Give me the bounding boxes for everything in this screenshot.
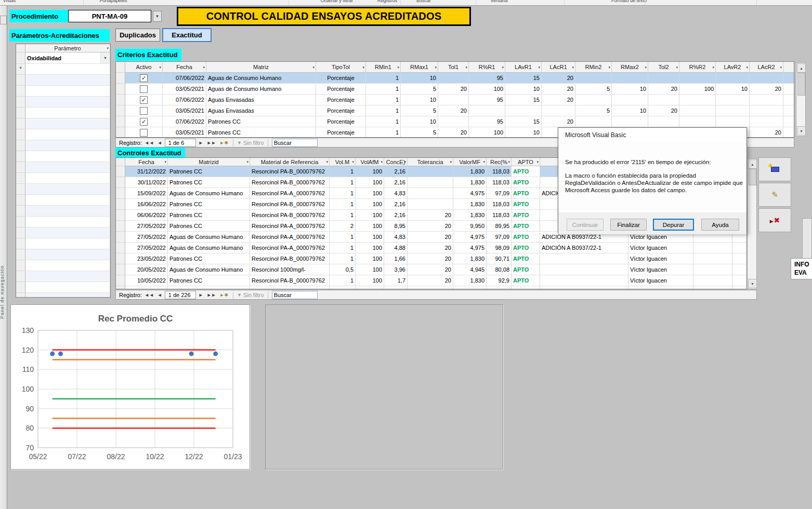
- new-record-selector[interactable]: *: [16, 64, 25, 75]
- table-cell[interactable]: 1: [330, 210, 356, 221]
- column-header[interactable]: RMin1▾: [366, 62, 401, 73]
- column-header[interactable]: Fecha▾: [163, 62, 206, 73]
- criterios-vertical-scrollbar[interactable]: ▲ ▼: [796, 62, 806, 137]
- table-cell[interactable]: 20: [750, 84, 783, 95]
- table-cell[interactable]: 10: [612, 84, 648, 95]
- record-selector[interactable]: [116, 188, 125, 199]
- column-header[interactable]: RMax2▾: [612, 62, 648, 73]
- table-cell[interactable]: APTO: [512, 286, 540, 289]
- dialog-title-bar[interactable]: Microsoft Visual Basic: [558, 128, 746, 142]
- table-cell[interactable]: 100: [356, 199, 384, 210]
- table-cell[interactable]: 98,09: [487, 243, 512, 253]
- table-cell[interactable]: [716, 73, 750, 84]
- last-record-button[interactable]: ►►: [206, 140, 217, 145]
- table-cell[interactable]: Resorcinol PA-B_000079762: [250, 253, 330, 264]
- table-cell[interactable]: Patrones CC: [168, 221, 250, 232]
- record-selector[interactable]: [116, 253, 125, 264]
- table-cell[interactable]: 20: [542, 84, 575, 95]
- table-cell[interactable]: Patrones CC: [168, 253, 250, 264]
- table-cell[interactable]: Resorcinol PA-A_000079762: [250, 243, 330, 253]
- scroll-up-arrow[interactable]: ▲: [748, 159, 757, 169]
- table-cell[interactable]: 20: [408, 221, 453, 232]
- table-cell[interactable]: APTO: [512, 232, 540, 243]
- column-header[interactable]: Tol2▾: [648, 62, 679, 73]
- table-cell[interactable]: Aguas Envasadas: [206, 95, 316, 105]
- table-cell[interactable]: 1,830: [453, 177, 487, 188]
- table-cell[interactable]: [750, 116, 783, 127]
- table-cell[interactable]: 27/05/2022: [125, 221, 168, 232]
- table-cell[interactable]: 97,09: [487, 188, 512, 199]
- table-cell[interactable]: Resorcinol PA-B_000079762: [250, 177, 330, 188]
- table-cell[interactable]: 30/11/2022: [125, 177, 168, 188]
- sort-dropdown-icon[interactable]: ▾: [352, 158, 354, 166]
- table-cell[interactable]: [750, 73, 783, 84]
- table-cell[interactable]: 15: [505, 73, 542, 84]
- sort-dropdown-icon[interactable]: ▾: [404, 158, 406, 166]
- column-header[interactable]: TipoTol▾: [316, 62, 366, 73]
- table-cell[interactable]: Patrones CC: [206, 116, 316, 127]
- table-cell[interactable]: Porcentaje: [316, 127, 366, 138]
- table-cell[interactable]: 20: [750, 127, 783, 138]
- table-cell[interactable]: Aguas de Consumo Humano: [168, 264, 250, 275]
- table-cell[interactable]: 100: [356, 177, 384, 188]
- table-row[interactable]: ✓07/06/2022Aguas de Consumo HumanoPorcen…: [116, 73, 794, 84]
- table-row[interactable]: 20/05/2022Aguas de Consumo HumanoResorci…: [116, 264, 746, 275]
- table-cell[interactable]: [575, 95, 612, 105]
- table-cell[interactable]: 07/06/2022: [163, 95, 206, 105]
- sort-dropdown-icon[interactable]: ▾: [107, 44, 109, 52]
- table-cell[interactable]: 95: [469, 95, 505, 105]
- sort-dropdown-icon[interactable]: ▾: [502, 62, 504, 73]
- new-record-row[interactable]: *: [16, 64, 110, 75]
- table-cell[interactable]: [679, 73, 716, 84]
- column-header[interactable]: Matriz▾: [206, 62, 316, 73]
- record-selector[interactable]: [116, 166, 125, 177]
- table-cell[interactable]: [612, 73, 648, 84]
- table-cell[interactable]: 4,945: [453, 264, 487, 275]
- record-selector[interactable]: [116, 127, 125, 138]
- table-cell[interactable]: [575, 73, 612, 84]
- table-cell[interactable]: Resorcinol PA-B_000079762: [250, 210, 330, 221]
- table-cell[interactable]: Víctor Iguacen: [628, 253, 693, 264]
- parametro-combobox[interactable]: Oxidabilidad: [25, 52, 101, 64]
- table-cell[interactable]: 03/05/2021: [163, 127, 206, 138]
- select-all-corner[interactable]: [116, 158, 125, 166]
- table-cell[interactable]: 10: [612, 105, 648, 116]
- table-cell[interactable]: [438, 95, 469, 105]
- table-cell[interactable]: 1: [330, 199, 356, 210]
- column-header[interactable]: Activo▾: [125, 62, 163, 73]
- activo-checkbox[interactable]: [140, 129, 148, 137]
- table-cell[interactable]: 5: [575, 84, 612, 95]
- table-cell[interactable]: Aguas de Consumo Humano: [168, 286, 250, 289]
- record-selector[interactable]: [116, 73, 125, 84]
- table-cell[interactable]: 2,16: [384, 199, 408, 210]
- table-cell[interactable]: [716, 116, 750, 127]
- select-all-corner[interactable]: [16, 44, 25, 52]
- navigation-pane-expand-button[interactable]: [0, 16, 7, 24]
- sort-dropdown-icon[interactable]: ▾: [246, 158, 248, 166]
- activo-checkbox[interactable]: ✓: [140, 96, 148, 104]
- table-cell[interactable]: [716, 105, 750, 116]
- table-cell[interactable]: 07/06/2022: [163, 116, 206, 127]
- procedimiento-combobox[interactable]: PNT-MA-09: [68, 10, 151, 22]
- table-cell[interactable]: 2: [330, 221, 356, 232]
- table-cell[interactable]: 1,830: [453, 253, 487, 264]
- table-cell[interactable]: [408, 199, 453, 210]
- record-selector[interactable]: [116, 286, 125, 289]
- table-cell[interactable]: 2,16: [384, 177, 408, 188]
- table-cell[interactable]: Aguas de Consumo Humano: [206, 73, 316, 84]
- sort-dropdown-icon[interactable]: ▾: [312, 62, 315, 73]
- table-cell[interactable]: APTO: [512, 243, 540, 253]
- table-cell[interactable]: Aguas enriquecidas int-L: [250, 286, 330, 289]
- table-cell[interactable]: 20: [542, 95, 575, 105]
- table-cell[interactable]: 100: [356, 275, 384, 286]
- table-cell[interactable]: Patrones CC: [168, 166, 250, 177]
- table-cell[interactable]: Patrones CC: [168, 177, 250, 188]
- table-cell[interactable]: 31/12/2022: [125, 166, 168, 177]
- table-cell[interactable]: 80,08: [487, 264, 512, 275]
- sort-dropdown-icon[interactable]: ▾: [450, 158, 452, 166]
- table-cell[interactable]: Víctor Iguacen: [628, 264, 693, 275]
- table-cell[interactable]: Patrones CC: [168, 275, 250, 286]
- table-cell[interactable]: APTO: [512, 166, 540, 177]
- table-cell[interactable]: Porcentaje: [316, 105, 366, 116]
- edit-record-command-button[interactable]: ✎: [758, 183, 791, 207]
